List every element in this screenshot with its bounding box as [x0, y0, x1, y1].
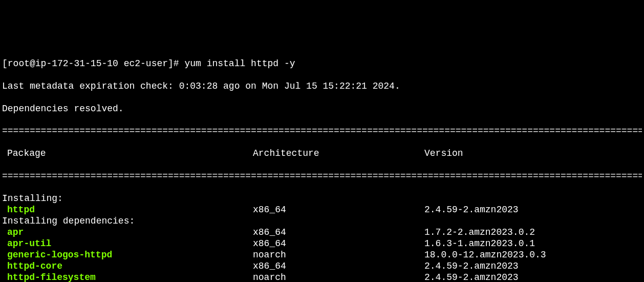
- package-version: 1.7.2-2.amzn2023.0.2: [424, 227, 642, 238]
- metadata-line: Last metadata expiration check: 0:03:28 …: [2, 81, 642, 92]
- table-header: PackageArchitectureVersion: [2, 148, 642, 159]
- package-name: httpd: [2, 205, 253, 216]
- separator-header: ========================================…: [2, 171, 642, 182]
- package-version: 1.6.3-1.amzn2023.0.1: [424, 238, 642, 250]
- package-name: generic-logos-httpd: [2, 250, 253, 261]
- section-label: Installing dependencies:: [2, 216, 642, 227]
- package-arch: noarch: [253, 272, 424, 282]
- header-package: Package: [2, 148, 253, 159]
- package-arch: x86_64: [253, 227, 424, 238]
- package-row: aprx86_641.7.2-2.amzn2023.0.2: [2, 227, 642, 238]
- package-arch: x86_64: [253, 261, 424, 272]
- package-row: httpd-corex86_642.4.59-2.amzn2023: [2, 261, 642, 272]
- prompt-user: [root@ip-172-31-15-10 ec2-user]#: [2, 58, 179, 69]
- package-version: 18.0.0-12.amzn2023.0.3: [424, 250, 642, 261]
- package-row: generic-logos-httpdnoarch18.0.0-12.amzn2…: [2, 250, 642, 261]
- package-name: apr-util: [2, 238, 253, 250]
- package-name: httpd-core: [2, 261, 253, 272]
- package-arch: noarch: [253, 250, 424, 261]
- package-arch: x86_64: [253, 238, 424, 250]
- package-version: 2.4.59-2.amzn2023: [424, 261, 642, 272]
- prompt-line: [root@ip-172-31-15-10 ec2-user]# yum ins…: [2, 58, 642, 70]
- deps-resolved-line: Dependencies resolved.: [2, 104, 642, 115]
- separator-top: ========================================…: [2, 126, 642, 137]
- package-version: 2.4.59-2.amzn2023: [424, 272, 642, 282]
- package-row: httpdx86_642.4.59-2.amzn2023: [2, 205, 642, 216]
- section-label: Installing:: [2, 193, 642, 205]
- package-row: apr-utilx86_641.6.3-1.amzn2023.0.1: [2, 238, 642, 250]
- terminal-output: [root@ip-172-31-15-10 ec2-user]# yum ins…: [2, 47, 642, 282]
- package-version: 2.4.59-2.amzn2023: [424, 205, 642, 216]
- header-architecture: Architecture: [253, 148, 424, 159]
- package-name: httpd-filesystem: [2, 272, 253, 282]
- package-arch: x86_64: [253, 205, 424, 216]
- package-row: httpd-filesystemnoarch2.4.59-2.amzn2023: [2, 272, 642, 282]
- package-name: apr: [2, 227, 253, 238]
- prompt-command[interactable]: yum install httpd -y: [179, 58, 295, 69]
- header-version: Version: [424, 148, 642, 159]
